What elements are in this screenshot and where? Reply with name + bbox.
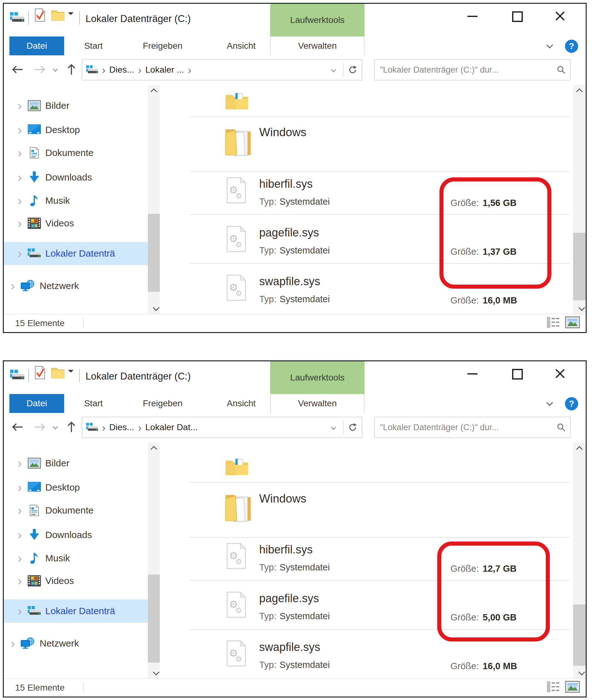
sidebar-item-downloads[interactable]: Downloads: [4, 168, 148, 186]
maximize-button[interactable]: [509, 9, 524, 23]
expand-chevron-icon[interactable]: [17, 173, 26, 181]
contextual-tab-laufwerktools[interactable]: Laufwerktools: [270, 361, 364, 394]
properties-quick-access-icon[interactable]: [35, 8, 45, 22]
help-button[interactable]: ?: [565, 397, 578, 411]
scroll-down-icon[interactable]: [579, 669, 585, 676]
file-list-scrollbar[interactable]: [573, 442, 586, 679]
expand-chevron-icon[interactable]: [17, 219, 26, 227]
folder-icon[interactable]: [224, 490, 252, 524]
expand-chevron-icon[interactable]: [17, 483, 26, 491]
sidebar-item-dokumente[interactable]: Dokumente: [4, 144, 148, 162]
scroll-down-icon[interactable]: [153, 669, 159, 676]
breadcrumb-local-disk[interactable]: Lokaler Dat...: [145, 422, 198, 432]
file-name[interactable]: pagefile.sys: [259, 592, 319, 605]
sidebar-item-desktop[interactable]: Desktop: [4, 478, 148, 496]
address-bar[interactable]: › Dies... › Lokaler Dat...: [82, 417, 362, 438]
file-name[interactable]: swapfile.sys: [259, 275, 320, 288]
expand-chevron-icon[interactable]: [17, 577, 26, 585]
quick-access-toolbar-dropdown-icon[interactable]: [68, 373, 73, 378]
sidebar-item-desktop[interactable]: Desktop: [4, 121, 148, 139]
expand-chevron-icon[interactable]: [17, 149, 26, 157]
up-button[interactable]: [67, 420, 76, 434]
sidebar-item-lokaler-datentraeger[interactable]: Lokaler Datenträ: [4, 599, 148, 623]
system-file-icon[interactable]: [227, 274, 246, 301]
new-folder-quick-access-icon[interactable]: [51, 9, 65, 21]
folder-icon-partial[interactable]: [225, 93, 249, 110]
file-name[interactable]: swapfile.sys: [259, 641, 320, 654]
tab-verwalten[interactable]: Verwalten: [270, 394, 364, 413]
details-view-button[interactable]: [547, 682, 560, 692]
expand-chevron-icon[interactable]: [17, 607, 26, 615]
back-button[interactable]: [11, 65, 24, 74]
sidebar-item-bilder[interactable]: Bilder: [4, 97, 148, 115]
minimize-button[interactable]: [465, 9, 480, 23]
system-file-icon[interactable]: [227, 591, 246, 618]
sidebar-item-netzwerk[interactable]: Netzwerk: [4, 277, 148, 295]
refresh-icon[interactable]: [348, 423, 357, 432]
scroll-up-icon[interactable]: [150, 446, 157, 452]
breadcrumb-trailing-chevron-icon[interactable]: ›: [188, 65, 191, 74]
sidebar-item-bilder[interactable]: Bilder: [4, 454, 148, 472]
file-name[interactable]: hiberfil.sys: [259, 177, 313, 191]
file-name[interactable]: hiberfil.sys: [259, 543, 313, 556]
expand-chevron-icon[interactable]: [17, 197, 26, 205]
sidebar-item-dokumente[interactable]: Dokumente: [4, 501, 148, 520]
folder-icon-partial[interactable]: [225, 458, 249, 476]
tab-start[interactable]: Start: [75, 394, 112, 413]
search-input[interactable]: [375, 423, 552, 432]
details-view-button[interactable]: [547, 317, 560, 328]
breadcrumb-local-disk[interactable]: Lokaler ...: [145, 65, 184, 75]
contextual-tab-laufwerktools[interactable]: Laufwerktools: [270, 4, 364, 37]
file-name[interactable]: Windows: [259, 492, 306, 505]
scroll-up-icon[interactable]: [576, 446, 583, 452]
address-dropdown-chevron-icon[interactable]: [331, 425, 336, 430]
scrollbar-thumb[interactable]: [148, 575, 160, 662]
file-name[interactable]: Windows: [259, 126, 306, 139]
expand-chevron-icon[interactable]: [17, 102, 26, 110]
back-button[interactable]: [11, 422, 24, 432]
tab-ansicht[interactable]: Ansicht: [215, 394, 267, 413]
scrollbar-thumb[interactable]: [573, 604, 586, 666]
sidebar-item-videos[interactable]: Videos: [4, 572, 148, 590]
tab-ansicht[interactable]: Ansicht: [215, 37, 267, 55]
sidebar-item-videos[interactable]: Videos: [4, 214, 148, 232]
close-button[interactable]: [552, 366, 568, 381]
scrollbar-thumb[interactable]: [148, 214, 160, 292]
tab-datei[interactable]: Datei: [9, 394, 64, 413]
up-button[interactable]: [67, 62, 76, 77]
ribbon-collapse-chevron-icon[interactable]: [546, 399, 553, 406]
scroll-down-icon[interactable]: [579, 305, 585, 311]
expand-chevron-icon[interactable]: [17, 531, 26, 539]
refresh-icon[interactable]: [348, 65, 357, 74]
sidebar-item-downloads[interactable]: Downloads: [4, 526, 148, 544]
system-file-icon[interactable]: [227, 225, 246, 253]
search-icon[interactable]: [557, 423, 565, 432]
forward-button[interactable]: [33, 422, 47, 432]
quick-access-toolbar-dropdown-icon[interactable]: [68, 15, 73, 21]
system-file-icon[interactable]: [227, 640, 246, 667]
expand-chevron-icon[interactable]: [11, 282, 19, 290]
sidebar-item-netzwerk[interactable]: Netzwerk: [4, 634, 148, 652]
breadcrumb-this-pc[interactable]: Dies...: [109, 422, 134, 432]
ribbon-collapse-chevron-icon[interactable]: [546, 42, 553, 48]
tab-verwalten[interactable]: Verwalten: [270, 37, 364, 55]
tab-datei[interactable]: Datei: [9, 37, 64, 55]
large-icons-view-button[interactable]: [565, 681, 580, 693]
folder-icon[interactable]: [224, 124, 252, 158]
expand-chevron-icon[interactable]: [17, 459, 26, 467]
help-button[interactable]: ?: [565, 40, 578, 53]
large-icons-view-button[interactable]: [565, 316, 580, 328]
address-dropdown-chevron-icon[interactable]: [331, 67, 336, 73]
sidebar-item-lokaler-datentraeger[interactable]: Lokaler Datenträ: [4, 242, 148, 265]
address-bar[interactable]: › Dies... › Lokaler ... ›: [82, 59, 362, 80]
minimize-button[interactable]: [465, 366, 480, 381]
tab-freigeben[interactable]: Freigeben: [134, 37, 191, 55]
close-button[interactable]: [552, 9, 568, 23]
sidebar-item-musik[interactable]: Musik: [4, 192, 148, 210]
maximize-button[interactable]: [509, 366, 524, 381]
search-input[interactable]: [375, 65, 552, 75]
recent-locations-chevron-icon[interactable]: [53, 424, 58, 430]
scroll-down-icon[interactable]: [153, 305, 159, 311]
file-list-scrollbar[interactable]: [573, 85, 586, 315]
expand-chevron-icon[interactable]: [17, 249, 26, 258]
